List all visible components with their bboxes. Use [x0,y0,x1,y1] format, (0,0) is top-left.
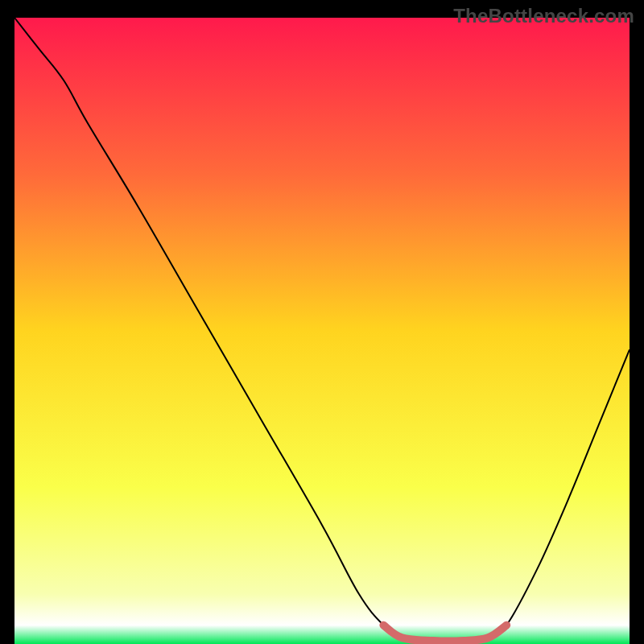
gradient-background [14,18,630,644]
chart-svg [14,18,630,644]
chart-area [14,18,630,644]
watermark-text: TheBottleneck.com [453,5,634,27]
